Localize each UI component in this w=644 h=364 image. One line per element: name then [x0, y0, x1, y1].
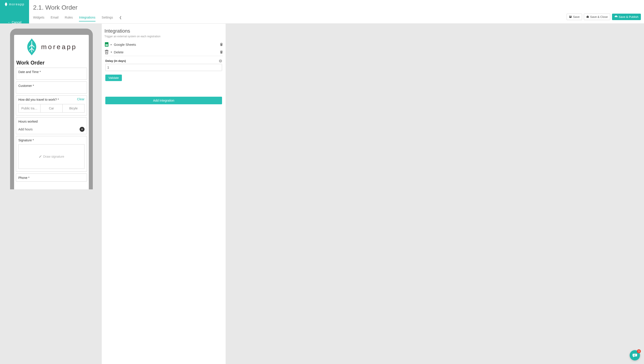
integrations-panel: Integrations Trigger an external system …: [102, 24, 226, 364]
plus-circle-icon: +: [80, 127, 85, 132]
field-label: How did you travel to work? *: [18, 98, 85, 102]
add-hours-row[interactable]: Add hours +: [18, 123, 85, 132]
chat-icon: [632, 353, 637, 358]
header: 2.1. Work Order Widgets Email Rules Inte…: [29, 0, 644, 24]
integration-row-delete[interactable]: ▾ Delete: [104, 48, 223, 56]
phone-frame: moreapp Work Order Date and Time * Custo…: [10, 28, 93, 189]
info-icon[interactable]: i: [219, 60, 222, 62]
preview-brand: moreapp: [41, 43, 77, 51]
field-label: Signature *: [18, 138, 85, 142]
field-signature: Signature * Draw signature: [16, 136, 87, 172]
chevron-right-icon: ▸: [111, 43, 112, 46]
clear-button[interactable]: Clear: [77, 97, 85, 101]
exit-icon: [586, 16, 589, 18]
field-hours: Hours worked Add hours +: [16, 117, 87, 134]
field-label: Hours worked: [18, 120, 85, 123]
save-button[interactable]: Save: [567, 14, 582, 20]
travel-segmented: Public tra… Car Bicyle: [18, 104, 85, 112]
brand-name: moreapp: [9, 2, 24, 6]
delay-label: Delay (in days): [105, 59, 126, 62]
travel-option-car[interactable]: Car: [41, 104, 62, 112]
brand-logo: moreapp: [5, 2, 24, 6]
integration-label: Delete: [114, 50, 123, 54]
google-sheets-icon: [104, 42, 109, 47]
phone-screen: moreapp Work Order Date and Time * Custo…: [14, 35, 89, 189]
save-close-label: Save & Close: [590, 15, 608, 18]
action-buttons: Save Save & Close Save & Publish: [567, 14, 641, 22]
delete-integration-button[interactable]: [220, 50, 223, 54]
chevron-left-icon[interactable]: ❮: [119, 16, 122, 19]
left-sidebar: moreapp ← Cancel: [0, 0, 29, 24]
save-publish-button[interactable]: Save & Publish: [612, 14, 641, 20]
tab-integrations[interactable]: Integrations: [79, 14, 95, 22]
leaf-icon: [5, 2, 8, 6]
signature-placeholder: Draw signature: [43, 155, 64, 158]
preview-column: moreapp Work Order Date and Time * Custo…: [0, 24, 102, 189]
preview-app-header: moreapp: [14, 35, 89, 58]
add-hours-label: Add hours: [18, 128, 33, 131]
panel-title: Integrations: [104, 28, 223, 34]
save-close-button[interactable]: Save & Close: [584, 14, 610, 20]
trash-icon: [104, 50, 109, 54]
add-integration-button[interactable]: Add Integration: [105, 97, 222, 104]
preview-form-title: Work Order: [14, 58, 89, 68]
save-disk-icon: [569, 16, 572, 18]
save-label: Save: [573, 15, 580, 18]
pencil-icon: [39, 155, 42, 158]
delay-input[interactable]: [105, 64, 222, 71]
chevron-down-icon: ▾: [111, 51, 112, 54]
panel-subtitle: Trigger an external system on each regis…: [104, 35, 223, 38]
field-datetime[interactable]: Date and Time *: [16, 68, 87, 80]
integration-settings: Delay (in days) i Validate Add Integrati…: [104, 56, 223, 104]
signature-pad[interactable]: Draw signature: [18, 144, 85, 169]
field-label: Date and Time *: [18, 70, 85, 74]
field-label: Phone *: [18, 176, 85, 180]
cloud-upload-icon: [614, 16, 618, 18]
save-publish-label: Save & Publish: [619, 15, 638, 18]
tabs: Widgets Email Rules Integrations Setting…: [33, 14, 122, 22]
integration-label: Google Sheets: [114, 43, 136, 46]
travel-option-public[interactable]: Public tra…: [18, 104, 41, 112]
chat-unread-badge: 3: [637, 349, 641, 353]
tab-rules[interactable]: Rules: [65, 14, 73, 22]
integration-row-google-sheets[interactable]: ▸ Google Sheets: [104, 41, 223, 48]
tab-email[interactable]: Email: [51, 14, 59, 22]
field-travel: How did you travel to work? * Clear Publ…: [16, 95, 87, 116]
page-title: 2.1. Work Order: [29, 0, 644, 14]
delay-label-row: Delay (in days) i: [105, 59, 222, 62]
field-customer[interactable]: Customer *: [16, 82, 87, 94]
chat-fab[interactable]: 3: [630, 350, 640, 360]
leaf-icon: [26, 38, 38, 56]
tab-widgets[interactable]: Widgets: [33, 14, 45, 22]
validate-button[interactable]: Validate: [105, 74, 122, 81]
travel-option-bicycle[interactable]: Bicyle: [63, 104, 85, 112]
tab-settings[interactable]: Settings: [102, 14, 113, 22]
field-phone[interactable]: Phone *: [16, 174, 87, 182]
delete-integration-button[interactable]: [220, 43, 223, 46]
field-label: Customer *: [18, 84, 85, 88]
